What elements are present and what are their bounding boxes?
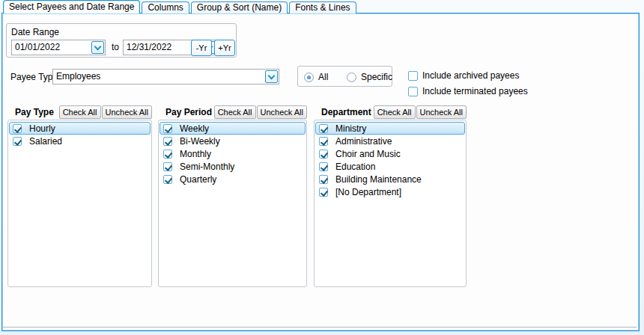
item-checkbox-icon[interactable]: [163, 124, 172, 133]
uncheck-all-button[interactable]: Uncheck All: [416, 105, 467, 119]
item-checkbox-icon[interactable]: [319, 175, 328, 184]
item-checkbox-icon[interactable]: [163, 162, 172, 171]
include-terminated-label: Include terminated payees: [422, 86, 528, 96]
list-item[interactable]: Ministry: [315, 122, 465, 135]
minus-year-button[interactable]: -Yr: [191, 40, 212, 56]
pay-period-title: Pay Period: [165, 107, 212, 117]
item-label: Education: [335, 162, 375, 172]
item-label: Ministry: [335, 123, 366, 134]
item-label: Monthly: [180, 149, 211, 159]
tab-strip: Select Payees and Date Range Columns Gro…: [3, 0, 356, 13]
item-label: Administrative: [335, 136, 392, 147]
check-all-button[interactable]: Check All: [59, 105, 101, 119]
item-label: Building Maintenance: [335, 174, 422, 185]
department-title: Department: [321, 107, 371, 117]
list-item[interactable]: Hourly: [9, 122, 151, 135]
radio-all[interactable]: All: [304, 72, 328, 82]
pay-type-panel: Pay Type Check All Uncheck All HourlySal…: [7, 105, 152, 287]
uncheck-all-button[interactable]: Uncheck All: [257, 105, 307, 119]
pay-period-panel: Pay Period Check All Uncheck All WeeklyB…: [158, 105, 307, 287]
pay-type-title: Pay Type: [15, 107, 54, 117]
report-options-dialog: Select Payees and Date Range Columns Gro…: [0, 0, 644, 335]
radio-specific-icon[interactable]: [347, 73, 356, 82]
item-checkbox-icon[interactable]: [319, 137, 328, 146]
payee-type-select[interactable]: Employees: [52, 69, 279, 84]
tab-columns[interactable]: Columns: [142, 1, 189, 13]
list-item[interactable]: Bi-Weekly: [160, 135, 306, 147]
payee-scope-group: All Specific: [297, 66, 392, 87]
item-label: Quarterly: [180, 174, 216, 185]
include-archived-checkbox-icon[interactable]: [408, 71, 418, 81]
tab-select-payees-and-date-range[interactable]: Select Payees and Date Range: [3, 0, 140, 13]
item-checkbox-icon[interactable]: [163, 137, 172, 146]
payee-type-label: Payee Type: [10, 72, 58, 82]
list-item[interactable]: Administrative: [315, 135, 465, 147]
list-item[interactable]: Choir and Music: [315, 147, 465, 160]
item-label: Hourly: [29, 123, 55, 134]
list-item[interactable]: Salaried: [9, 135, 151, 147]
include-archived-label: Include archived payees: [422, 70, 519, 81]
department-header: Department Check All Uncheck All: [314, 105, 467, 119]
chevron-down-icon: [268, 72, 276, 79]
payee-type-dropdown-button[interactable]: [265, 70, 278, 83]
include-terminated-checkbox-icon[interactable]: [408, 87, 418, 96]
radio-specific[interactable]: Specific: [347, 72, 392, 82]
item-label: Bi-Weekly: [180, 136, 220, 147]
item-label: Weekly: [180, 123, 209, 134]
plus-year-button[interactable]: +Yr: [214, 40, 235, 56]
item-checkbox-icon[interactable]: [163, 175, 172, 184]
date-from-input[interactable]: 01/01/2022: [11, 40, 106, 55]
pay-period-list: WeeklyBi-WeeklyMonthlySemi-MonthlyQuarte…: [158, 120, 307, 287]
department-panel: Department Check All Uncheck All Ministr…: [314, 105, 467, 287]
pay-type-list: HourlySalaried: [7, 120, 152, 287]
radio-specific-label: Specific: [361, 72, 392, 82]
list-item[interactable]: Quarterly: [160, 173, 306, 185]
date-range-label: Date Range: [11, 27, 59, 37]
item-label: Choir and Music: [335, 149, 401, 159]
date-from-dropdown-button[interactable]: [91, 41, 104, 54]
item-checkbox-icon[interactable]: [319, 162, 328, 171]
checkbox-include-archived[interactable]: Include archived payees: [408, 70, 519, 81]
list-item[interactable]: Weekly: [160, 122, 306, 135]
item-checkbox-icon[interactable]: [319, 188, 328, 197]
tab-fonts-and-lines[interactable]: Fonts & Lines: [289, 1, 356, 13]
item-label: [No Department]: [335, 187, 401, 197]
item-checkbox-icon[interactable]: [163, 150, 172, 159]
radio-all-icon[interactable]: [304, 73, 314, 82]
item-checkbox-icon[interactable]: [13, 124, 22, 133]
item-label: Salaried: [29, 136, 62, 147]
check-all-button[interactable]: Check All: [374, 105, 416, 119]
list-item[interactable]: Building Maintenance: [315, 173, 465, 185]
pay-period-header: Pay Period Check All Uncheck All: [158, 105, 307, 119]
to-label: to: [112, 42, 119, 52]
item-label: Semi-Monthly: [180, 162, 234, 172]
pay-type-header: Pay Type Check All Uncheck All: [7, 105, 152, 119]
bottom-divider: [3, 327, 637, 328]
list-item[interactable]: Education: [315, 160, 465, 173]
tab-group-and-sort[interactable]: Group & Sort (Name): [191, 1, 288, 13]
uncheck-all-button[interactable]: Uncheck All: [102, 105, 152, 119]
payee-type-value: Employees: [53, 70, 279, 84]
check-all-button[interactable]: Check All: [214, 105, 256, 119]
chevron-down-icon: [94, 43, 102, 50]
list-item[interactable]: Semi-Monthly: [160, 160, 306, 173]
checkbox-include-terminated[interactable]: Include terminated payees: [408, 86, 528, 96]
item-checkbox-icon[interactable]: [319, 124, 328, 133]
list-item[interactable]: Monthly: [160, 147, 306, 160]
date-range-group: Date Range 01/01/2022 to 12/31/2022 -Yr …: [6, 23, 237, 58]
item-checkbox-icon[interactable]: [13, 137, 22, 146]
radio-all-label: All: [318, 72, 328, 82]
department-list: MinistryAdministrativeChoir and MusicEdu…: [314, 120, 467, 287]
list-item[interactable]: [No Department]: [315, 185, 465, 198]
item-checkbox-icon[interactable]: [319, 150, 328, 159]
